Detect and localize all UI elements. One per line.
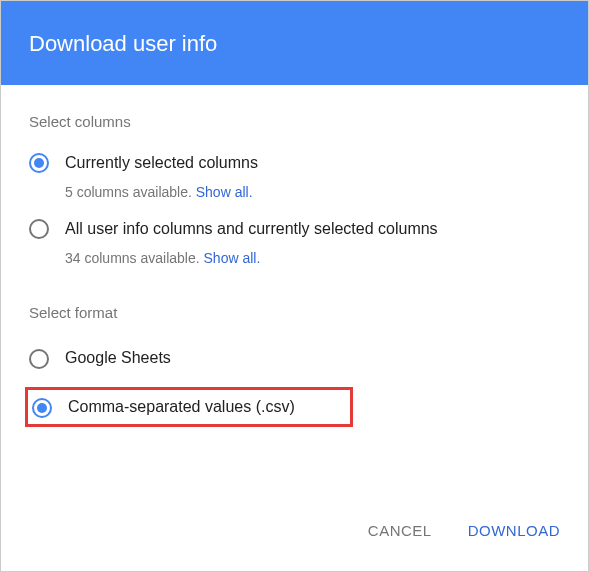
dialog-body: Select columns Currently selected column… (1, 85, 588, 437)
dialog-title: Download user info (29, 31, 217, 56)
radio-sublabel: 34 columns available. Show all. (65, 250, 560, 266)
radio-label: Comma-separated values (.csv) (68, 396, 295, 418)
radio-label: All user info columns and currently sele… (65, 218, 560, 240)
cancel-button[interactable]: CANCEL (364, 514, 436, 547)
sublabel-text: 34 columns available. (65, 250, 204, 266)
select-columns-label: Select columns (29, 113, 560, 130)
radio-option-currently-selected[interactable]: Currently selected columns 5 columns ava… (29, 152, 560, 210)
dialog-header: Download user info (1, 1, 588, 85)
radio-option-google-sheets[interactable]: Google Sheets (29, 343, 560, 373)
dialog-footer: CANCEL DOWNLOAD (364, 494, 588, 571)
radio-content: Currently selected columns 5 columns ava… (65, 152, 560, 210)
show-all-link[interactable]: Show all. (196, 184, 253, 200)
radio-option-all-columns[interactable]: All user info columns and currently sele… (29, 218, 560, 276)
show-all-link[interactable]: Show all. (204, 250, 261, 266)
sublabel-text: 5 columns available. (65, 184, 196, 200)
format-radio-group: Google Sheets Comma-separated values (.c… (29, 343, 560, 437)
radio-icon[interactable] (29, 219, 49, 239)
radio-sublabel: 5 columns available. Show all. (65, 184, 560, 200)
download-button[interactable]: DOWNLOAD (464, 514, 564, 547)
radio-label: Currently selected columns (65, 152, 560, 174)
radio-option-csv[interactable]: Comma-separated values (.csv) (25, 387, 353, 427)
columns-radio-group: Currently selected columns 5 columns ava… (29, 152, 560, 276)
select-format-label: Select format (29, 304, 560, 321)
radio-icon[interactable] (29, 349, 49, 369)
radio-icon[interactable] (29, 153, 49, 173)
radio-content: All user info columns and currently sele… (65, 218, 560, 276)
radio-label: Google Sheets (65, 347, 171, 369)
radio-icon[interactable] (32, 398, 52, 418)
